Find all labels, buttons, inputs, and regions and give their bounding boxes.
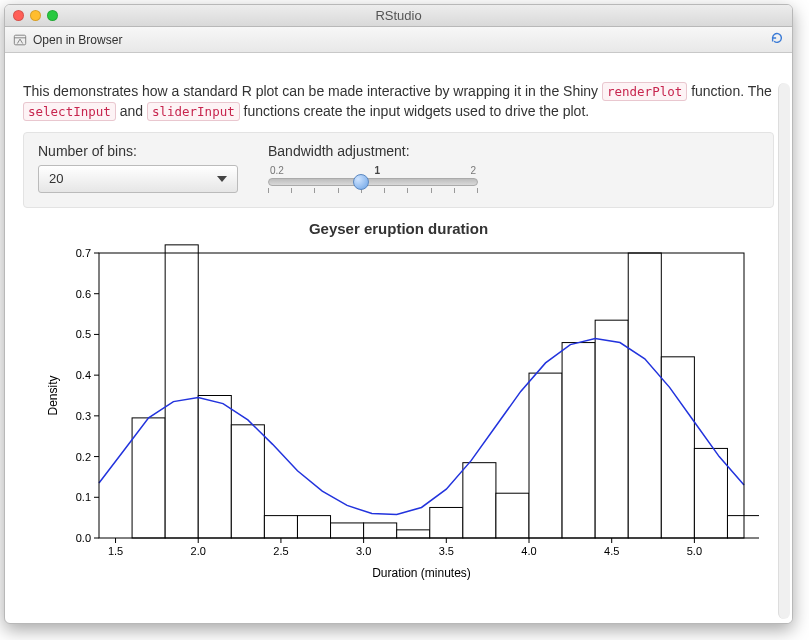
svg-text:Duration (minutes): Duration (minutes): [372, 566, 471, 580]
desc-part: and: [116, 103, 147, 119]
svg-rect-2: [132, 417, 165, 537]
svg-text:0.6: 0.6: [75, 287, 90, 299]
svg-text:1.5: 1.5: [107, 545, 122, 557]
svg-text:4.0: 4.0: [521, 545, 536, 557]
svg-rect-0: [14, 35, 25, 45]
bandwidth-control: Bandwidth adjustment: 0.2 1 2: [268, 143, 478, 193]
toolbar: Open in Browser: [5, 27, 792, 53]
svg-text:0.4: 0.4: [75, 369, 90, 381]
desc-part: This demonstrates how a standard R plot …: [23, 83, 602, 99]
svg-rect-7: [297, 515, 330, 537]
slider-ticks: [268, 188, 478, 193]
svg-text:2.5: 2.5: [273, 545, 288, 557]
bins-control: Number of bins: 20: [38, 143, 238, 193]
svg-rect-3: [165, 244, 198, 537]
app-window: RStudio Open in Browser This demonstrate…: [4, 4, 793, 624]
plot-title: Geyser eruption duration: [23, 220, 774, 237]
svg-rect-4: [198, 395, 231, 538]
svg-rect-9: [363, 523, 396, 538]
svg-text:0.3: 0.3: [75, 409, 90, 421]
svg-text:0.2: 0.2: [75, 450, 90, 462]
controls-panel: Number of bins: 20 Bandwidth adjustment:…: [23, 132, 774, 208]
code-sliderinput: sliderInput: [147, 102, 240, 121]
browser-icon: [13, 33, 27, 47]
svg-text:0.5: 0.5: [75, 328, 90, 340]
slider-max: 2: [470, 165, 476, 176]
slider-track[interactable]: [268, 178, 478, 186]
svg-text:Density: Density: [46, 375, 60, 415]
svg-text:2.0: 2.0: [190, 545, 205, 557]
svg-rect-16: [595, 320, 628, 538]
svg-rect-15: [562, 342, 595, 537]
bandwidth-label: Bandwidth adjustment:: [268, 143, 478, 159]
svg-rect-20: [727, 515, 759, 537]
svg-rect-10: [396, 529, 429, 537]
svg-rect-6: [264, 515, 297, 537]
svg-text:4.5: 4.5: [604, 545, 619, 557]
bandwidth-slider[interactable]: 0.2 1 2: [268, 165, 478, 193]
code-selectinput: selectInput: [23, 102, 116, 121]
svg-text:0.0: 0.0: [75, 532, 90, 544]
refresh-button[interactable]: [770, 31, 784, 48]
svg-rect-11: [429, 507, 462, 538]
svg-rect-19: [694, 448, 727, 538]
dropdown-caret-icon: [217, 176, 227, 182]
code-renderplot: renderPlot: [602, 82, 687, 101]
svg-rect-5: [231, 424, 264, 537]
histogram-plot: 1.52.02.53.03.54.04.55.00.00.10.20.30.40…: [39, 243, 759, 583]
bins-label: Number of bins:: [38, 143, 238, 159]
svg-text:3.5: 3.5: [438, 545, 453, 557]
svg-text:5.0: 5.0: [686, 545, 701, 557]
content-area: This demonstrates how a standard R plot …: [5, 53, 792, 623]
svg-text:0.7: 0.7: [75, 247, 90, 259]
open-in-browser-button[interactable]: Open in Browser: [13, 33, 122, 47]
refresh-icon: [770, 31, 784, 45]
desc-part: function. The: [687, 83, 772, 99]
svg-text:0.1: 0.1: [75, 491, 90, 503]
slider-mid: 1: [374, 165, 380, 176]
titlebar: RStudio: [5, 5, 792, 27]
window-title: RStudio: [5, 8, 792, 23]
vertical-scrollbar[interactable]: [778, 83, 790, 619]
slider-min: 0.2: [270, 165, 284, 176]
svg-rect-14: [529, 373, 562, 538]
svg-rect-12: [462, 462, 495, 537]
description-text: This demonstrates how a standard R plot …: [23, 81, 774, 122]
svg-rect-17: [628, 253, 661, 538]
svg-text:3.0: 3.0: [355, 545, 370, 557]
open-in-browser-label: Open in Browser: [33, 33, 122, 47]
plot-container: Geyser eruption duration 1.52.02.53.03.5…: [23, 220, 774, 583]
slider-thumb[interactable]: [353, 174, 369, 190]
bins-value: 20: [49, 171, 63, 186]
slider-scale: 0.2 1 2: [268, 165, 478, 176]
svg-rect-13: [495, 493, 528, 538]
svg-rect-8: [330, 523, 363, 538]
desc-part: functions create the input widgets used …: [240, 103, 589, 119]
bins-select[interactable]: 20: [38, 165, 238, 193]
